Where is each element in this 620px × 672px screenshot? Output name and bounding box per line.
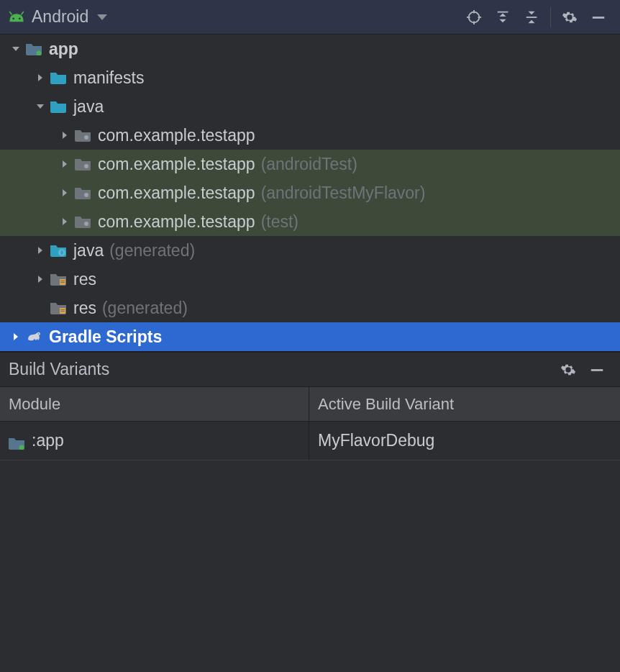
tree-label: app (49, 40, 78, 59)
svg-rect-21 (60, 309, 65, 310)
tree-label: res (73, 299, 96, 318)
chevron-right-icon[interactable] (10, 331, 22, 342)
tree-label-suffix: (test) (261, 212, 298, 232)
resource-folder-icon (50, 301, 66, 314)
svg-point-0 (12, 17, 14, 19)
package-icon (75, 215, 91, 228)
package-icon (75, 186, 91, 199)
expand-all-icon[interactable] (494, 9, 511, 26)
svg-point-1 (19, 17, 21, 19)
chevron-right-icon[interactable] (59, 187, 70, 199)
tree-label-suffix: (generated) (102, 299, 188, 318)
gear-icon[interactable] (560, 361, 577, 378)
cell-variant[interactable]: MyFlavorDebug (309, 422, 620, 460)
svg-point-4 (469, 12, 480, 22)
tree-node-app[interactable]: app (0, 35, 620, 63)
svg-point-15 (84, 193, 88, 197)
tree-node-package-main[interactable]: com.example.testapp (0, 121, 620, 150)
tree-label: com.example.testapp (98, 183, 255, 203)
project-tree: app manifests java com.example.testapp c… (0, 35, 620, 351)
module-folder-icon (9, 435, 24, 448)
tree-node-java-generated[interactable]: java (generated) (0, 236, 620, 265)
empty-area (0, 460, 620, 655)
chevron-right-icon[interactable] (59, 130, 70, 141)
chevron-right-icon[interactable] (59, 216, 70, 227)
tree-node-res[interactable]: res (0, 265, 620, 294)
table-row[interactable]: :app MyFlavorDebug (0, 422, 620, 460)
project-view-title[interactable]: Android (32, 7, 88, 27)
tree-label: com.example.testapp (98, 212, 255, 232)
chevron-down-icon[interactable] (10, 43, 22, 55)
folder-icon (50, 71, 66, 84)
svg-rect-9 (498, 11, 509, 12)
collapse-all-icon[interactable] (523, 9, 540, 26)
chevron-right-icon[interactable] (35, 245, 46, 256)
module-name: :app (32, 431, 64, 450)
build-variants-header: Build Variants (0, 351, 620, 387)
package-icon (75, 158, 91, 171)
tree-node-package-test[interactable]: com.example.testapp (test) (0, 207, 620, 236)
minimize-icon[interactable] (588, 361, 606, 378)
header-variant[interactable]: Active Build Variant (309, 387, 620, 421)
svg-line-2 (9, 12, 12, 14)
tree-label: com.example.testapp (98, 155, 255, 174)
table-header-row: Module Active Build Variant (0, 387, 620, 422)
tree-label: java (73, 241, 104, 260)
tree-label-suffix: (androidTest) (261, 155, 357, 174)
svg-rect-19 (60, 282, 65, 283)
chevron-down-icon[interactable] (35, 101, 46, 112)
chevron-right-icon[interactable] (35, 72, 46, 83)
module-folder-icon (26, 42, 42, 55)
tree-node-package-androidtest-flavor[interactable]: com.example.testapp (androidTestMyFlavor… (0, 178, 620, 207)
tree-node-java[interactable]: java (0, 92, 620, 121)
tree-label: java (73, 97, 104, 117)
panel-title: Build Variants (9, 360, 554, 379)
svg-point-23 (38, 333, 40, 335)
tree-label: res (73, 270, 96, 289)
tree-label-suffix: (generated) (109, 241, 195, 260)
android-icon (7, 11, 26, 24)
cell-module: :app (0, 422, 309, 460)
chevron-right-icon[interactable] (59, 158, 70, 170)
generated-folder-icon (50, 244, 66, 257)
svg-point-16 (84, 222, 88, 226)
tree-label-suffix: (androidTestMyFlavor) (261, 183, 426, 203)
project-toolbar: Android (0, 0, 620, 35)
tree-label: com.example.testapp (98, 126, 255, 145)
toolbar-separator (550, 7, 551, 27)
svg-rect-22 (60, 311, 65, 312)
svg-rect-18 (60, 281, 65, 281)
gear-icon[interactable] (561, 9, 578, 26)
tree-label: Gradle Scripts (49, 327, 162, 347)
minimize-icon[interactable] (590, 9, 607, 26)
tree-node-manifests[interactable]: manifests (0, 63, 620, 92)
tree-node-gradle-scripts[interactable]: Gradle Scripts (0, 322, 620, 351)
svg-point-13 (84, 135, 88, 140)
svg-line-3 (22, 12, 24, 14)
tree-node-res-generated[interactable]: res (generated) (0, 294, 620, 322)
svg-rect-11 (593, 17, 605, 19)
gradle-icon (26, 330, 42, 343)
folder-icon (50, 100, 66, 113)
svg-point-14 (84, 164, 88, 168)
target-icon[interactable] (465, 9, 483, 26)
header-module[interactable]: Module (0, 387, 309, 421)
chevron-right-icon[interactable] (35, 273, 46, 285)
resource-folder-icon (50, 273, 66, 286)
dropdown-arrow-icon[interactable] (97, 14, 107, 20)
tree-label: manifests (73, 68, 144, 88)
build-variants-table: Module Active Build Variant :app MyFlavo… (0, 387, 620, 460)
package-icon (75, 129, 91, 142)
svg-rect-10 (526, 17, 537, 18)
svg-rect-24 (591, 369, 603, 371)
tree-node-package-androidtest[interactable]: com.example.testapp (androidTest) (0, 150, 620, 178)
